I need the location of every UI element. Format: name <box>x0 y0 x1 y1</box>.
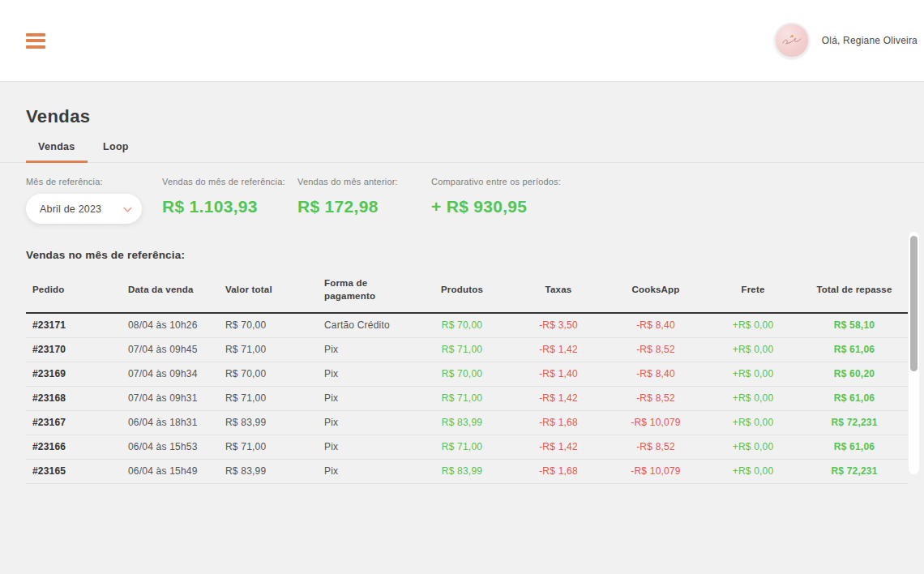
cell-produtos: R$ 83,99 <box>413 410 511 435</box>
cell-pedido: #23165 <box>26 459 122 483</box>
topbar: Olá, Regiane Oliveira <box>0 0 924 82</box>
cell-cooksapp: -R$ 8,40 <box>606 313 705 337</box>
cell-total-repasse: R$ 72,231 <box>801 410 908 435</box>
cell-pedido: #23169 <box>26 362 122 386</box>
cell-data-venda: 07/04 às 09h31 <box>122 386 219 410</box>
month-filter-label: Mês de referência: <box>26 177 162 186</box>
tabs-bar: Vendas Loop <box>0 138 924 163</box>
cell-valor-total: R$ 71,00 <box>219 337 318 362</box>
page-title: Vendas <box>26 106 924 127</box>
cell-valor-total: R$ 83,99 <box>219 459 318 483</box>
col-header-frete: Frete <box>705 266 801 313</box>
menu-icon-bar <box>26 33 45 36</box>
col-header-total: Total de repasse <box>801 266 908 313</box>
menu-icon-bar <box>26 45 45 49</box>
cell-taxas: -R$ 1,42 <box>511 337 606 362</box>
cell-valor-total: R$ 71,00 <box>219 435 318 459</box>
cell-valor-total: R$ 70,00 <box>219 362 318 386</box>
col-header-produtos: Produtos <box>413 266 511 313</box>
cell-data-venda: 07/04 às 09h45 <box>122 337 219 362</box>
user-menu: Olá, Regiane Oliveira <box>774 23 918 58</box>
table-body: #23171 08/04 às 10h26 R$ 70,00 Cartão Cr… <box>26 313 908 483</box>
table-row: #23167 06/04 às 18h31 R$ 83,99 Pix R$ 83… <box>26 410 908 435</box>
menu-icon[interactable] <box>26 33 45 49</box>
cell-frete: +R$ 0,00 <box>705 459 801 483</box>
cell-total-repasse: R$ 72,231 <box>801 459 908 483</box>
stat-current-month: Vendas do mês de referência: R$ 1.103,93 <box>162 177 297 216</box>
sales-table: Pedido Data da venda Valor total Forma d… <box>26 266 908 484</box>
cell-frete: +R$ 0,00 <box>705 410 801 435</box>
brand-logo-avatar[interactable] <box>774 23 810 58</box>
col-header-forma: Forma de pagamento <box>318 266 413 313</box>
cell-forma-pagamento: Pix <box>318 459 413 483</box>
cell-pedido: #23166 <box>26 435 122 459</box>
cell-produtos: R$ 70,00 <box>413 313 511 337</box>
cell-total-repasse: R$ 58,10 <box>801 313 908 337</box>
table-row: #23168 07/04 às 09h31 R$ 71,00 Pix R$ 71… <box>26 386 908 410</box>
scrollbar-track[interactable] <box>909 232 919 474</box>
cell-taxas: -R$ 1,42 <box>511 386 606 410</box>
cell-data-venda: 07/04 às 09h34 <box>122 362 219 386</box>
table-row: #23165 06/04 às 15h49 R$ 83,99 Pix R$ 83… <box>26 459 908 483</box>
stat-value: + R$ 930,95 <box>431 197 561 216</box>
stat-value: R$ 172,98 <box>297 197 431 216</box>
user-greeting: Olá, Regiane Oliveira <box>822 35 918 46</box>
menu-icon-bar <box>26 39 45 42</box>
stat-comparison: Comparativo entre os períodos: + R$ 930,… <box>431 177 561 216</box>
col-header-taxas: Taxas <box>511 266 606 313</box>
month-select[interactable]: Abril de 2023 <box>26 194 142 224</box>
cell-pedido: #23171 <box>26 313 122 337</box>
cell-cooksapp: -R$ 8,52 <box>606 337 705 362</box>
stat-previous-month: Vendas do mês anterior: R$ 172,98 <box>297 177 431 216</box>
cell-frete: +R$ 0,00 <box>705 435 801 459</box>
month-filter: Mês de referência: Abril de 2023 <box>26 177 162 224</box>
table-header-row: Pedido Data da venda Valor total Forma d… <box>26 266 908 313</box>
filters-row: Mês de referência: Abril de 2023 Vendas … <box>26 177 924 224</box>
stat-label: Vendas do mês anterior: <box>297 177 431 186</box>
col-header-pedido: Pedido <box>26 266 122 313</box>
table-section-title: Vendas no mês de referência: <box>26 249 924 261</box>
cell-total-repasse: R$ 60,20 <box>801 362 908 386</box>
col-header-cooksapp: CooksApp <box>606 266 705 313</box>
cell-cooksapp: -R$ 8,40 <box>606 362 705 386</box>
cell-cooksapp: -R$ 10,079 <box>606 410 705 435</box>
cell-forma-pagamento: Pix <box>318 337 413 362</box>
cell-taxas: -R$ 1,68 <box>511 410 606 435</box>
stat-label: Comparativo entre os períodos: <box>431 177 561 186</box>
cell-taxas: -R$ 1,42 <box>511 435 606 459</box>
tab-loop[interactable]: Loop <box>91 138 141 163</box>
cell-frete: +R$ 0,00 <box>705 362 801 386</box>
cell-valor-total: R$ 83,99 <box>219 410 318 435</box>
cell-forma-pagamento: Pix <box>318 386 413 410</box>
cell-total-repasse: R$ 61,06 <box>801 337 908 362</box>
cell-pedido: #23168 <box>26 386 122 410</box>
cell-pedido: #23170 <box>26 337 122 362</box>
cell-cooksapp: -R$ 8,52 <box>606 435 705 459</box>
cell-produtos: R$ 71,00 <box>413 435 511 459</box>
cell-forma-pagamento: Pix <box>318 362 413 386</box>
cell-total-repasse: R$ 61,06 <box>801 386 908 410</box>
cell-data-venda: 08/04 às 10h26 <box>122 313 219 337</box>
cell-forma-pagamento: Pix <box>318 410 413 435</box>
cell-cooksapp: -R$ 10,079 <box>606 459 705 483</box>
stat-label: Vendas do mês de referência: <box>162 177 297 186</box>
cell-produtos: R$ 83,99 <box>413 459 511 483</box>
cell-frete: +R$ 0,00 <box>705 337 801 362</box>
cell-forma-pagamento: Cartão Crédito <box>318 313 413 337</box>
tab-vendas[interactable]: Vendas <box>26 138 88 163</box>
chevron-down-icon <box>123 203 132 212</box>
scrollbar-thumb[interactable] <box>910 236 918 371</box>
cell-data-venda: 06/04 às 15h49 <box>122 459 219 483</box>
brand-logo-script <box>780 32 804 49</box>
cell-forma-pagamento: Pix <box>318 435 413 459</box>
cell-taxas: -R$ 3,50 <box>511 313 606 337</box>
table-row: #23166 06/04 às 15h53 R$ 71,00 Pix R$ 71… <box>26 435 908 459</box>
cell-frete: +R$ 0,00 <box>705 386 801 410</box>
cell-taxas: -R$ 1,40 <box>511 362 606 386</box>
table-row: #23169 07/04 às 09h34 R$ 70,00 Pix R$ 70… <box>26 362 908 386</box>
cell-total-repasse: R$ 61,06 <box>801 435 908 459</box>
month-select-value: Abril de 2023 <box>40 203 101 215</box>
cell-valor-total: R$ 71,00 <box>219 386 318 410</box>
cell-data-venda: 06/04 às 15h53 <box>122 435 219 459</box>
cell-frete: +R$ 0,00 <box>705 313 801 337</box>
